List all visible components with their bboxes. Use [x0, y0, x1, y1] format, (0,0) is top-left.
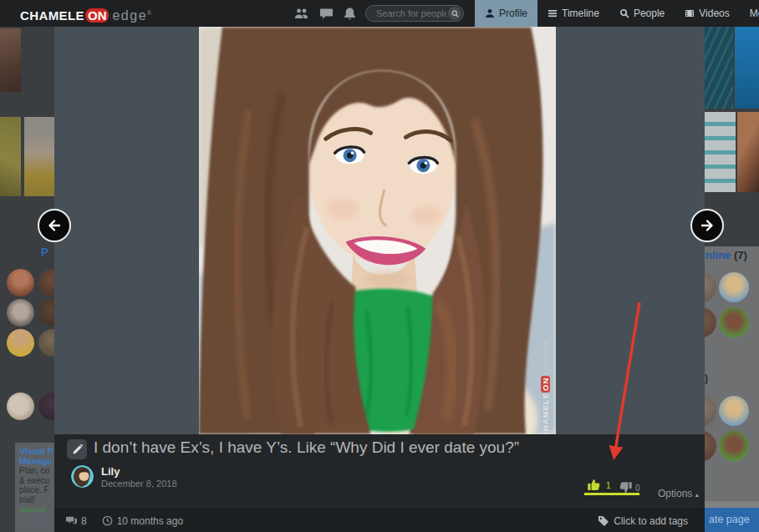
photo-stats: 8 10 months ago: [54, 515, 183, 527]
author-avatar-image: [71, 465, 94, 488]
tab-timeline[interactable]: Timeline: [537, 0, 609, 27]
cover-photo-thumb: [735, 27, 759, 109]
tab-profile[interactable]: Profile: [475, 0, 537, 27]
options-menu-button[interactable]: Options ▴: [658, 488, 699, 499]
ad-body-line: place. F: [19, 485, 54, 495]
chat-icon[interactable]: [319, 7, 334, 21]
background-page-left: P Visual P Manage Plan, co & execu place…: [0, 27, 54, 532]
comments-icon[interactable]: [66, 515, 77, 526]
ad-body-line: trial!: [19, 495, 54, 505]
create-page-button[interactable]: ate page: [705, 508, 759, 532]
nav-tabs: Profile Timeline People Videos More ▾: [475, 0, 759, 27]
tab-label: More: [750, 8, 759, 19]
tab-more[interactable]: More ▾: [740, 0, 759, 27]
avatar: [719, 431, 749, 461]
photo-caption-bar: I don’t have Ex’s, I have Y’s. Like “Why…: [54, 434, 705, 509]
videos-icon: [685, 8, 695, 18]
ad-body-line: & execu: [19, 476, 54, 486]
friends-online-heading-text: nline: [706, 249, 731, 261]
tab-label: Timeline: [562, 8, 599, 19]
like-active-underline: [584, 493, 639, 495]
cover-photo-thumb: [24, 117, 54, 196]
avatar: [7, 393, 34, 420]
search-input[interactable]: [374, 8, 448, 19]
tab-people[interactable]: People: [609, 0, 675, 27]
cover-photo-thumb: [705, 112, 736, 192]
photo-watermark: CHAMELEONsoftware: [541, 327, 550, 438]
ad-body-line: Plan, co: [19, 466, 54, 476]
top-navbar: CHAMELEONedge® Profile Timeline People V…: [0, 0, 759, 27]
pencil-icon: [72, 444, 83, 455]
sidebar-ad[interactable]: Visual P Manage Plan, co & execu place. …: [15, 443, 54, 532]
photo-date: December 8, 2018: [101, 479, 177, 489]
avatar: [38, 269, 54, 296]
watermark-brand-on: ON: [541, 376, 550, 393]
tab-label: People: [634, 8, 665, 19]
cover-photo-thumb: [0, 117, 21, 196]
tab-label: Profile: [499, 8, 527, 19]
photo-view[interactable]: [199, 27, 556, 434]
brand-reg-mark: ®: [147, 10, 151, 16]
watermark-brand: CHAMELE: [541, 393, 550, 438]
avatar: [38, 393, 54, 420]
photo-footer-bar: 8 10 months ago Click to add tags: [54, 509, 705, 532]
next-photo-button[interactable]: [690, 209, 724, 242]
portrait-photo: [199, 27, 556, 434]
avatar: [7, 329, 34, 357]
ad-title-line: Visual P: [19, 447, 54, 457]
timeline-icon: [548, 8, 558, 18]
page-background: [705, 501, 759, 508]
arrow-left-icon: [45, 216, 64, 235]
comments-count[interactable]: 8: [81, 515, 87, 527]
avatar: [719, 272, 749, 302]
avatar: [38, 299, 54, 327]
brand-logo-text: CHAMELE: [20, 8, 84, 23]
friends-icon[interactable]: [294, 7, 308, 21]
avatar: [7, 269, 34, 296]
avatar: [719, 307, 749, 337]
ad-title-line: Manage: [19, 457, 54, 467]
options-label: Options: [658, 488, 692, 499]
ad-link-secondary: Manage: [19, 514, 54, 524]
avatar: [7, 299, 34, 327]
ad-link: dapube: [19, 504, 54, 514]
search-bar[interactable]: [365, 5, 464, 22]
photos-heading-fragment: P: [41, 246, 48, 258]
cover-photo-thumb: [705, 27, 733, 109]
dislike-count: 0: [635, 484, 640, 493]
edit-caption-button[interactable]: [67, 439, 87, 459]
brand-logo[interactable]: CHAMELEONedge®: [20, 0, 151, 27]
bell-icon[interactable]: [343, 7, 357, 21]
thumbs-up-button[interactable]: [587, 478, 601, 492]
photo-caption: I don’t have Ex’s, I have Y’s. Like “Why…: [94, 438, 519, 457]
add-tags-button[interactable]: Click to add tags: [598, 515, 705, 527]
brand-logo-on: ON: [85, 8, 110, 23]
photo-lightbox: CHAMELEONsoftware I don’t have Ex’s, I h…: [54, 27, 705, 532]
friends-online-count: (7): [734, 249, 747, 261]
people-search-icon: [619, 8, 629, 18]
sidebar-count-fragment: ): [705, 372, 708, 384]
author-name[interactable]: Lily: [101, 465, 120, 478]
cover-photo-thumb: [0, 28, 21, 92]
profile-icon: [485, 8, 495, 18]
clock-icon: [102, 515, 113, 526]
photo-age: 10 months ago: [117, 515, 183, 527]
arrow-right-icon: [698, 216, 716, 235]
watermark-software: software: [541, 339, 550, 376]
tab-label: Videos: [699, 8, 729, 19]
avatar: [38, 329, 54, 357]
add-tags-label: Click to add tags: [614, 515, 688, 527]
previous-photo-button[interactable]: [38, 209, 71, 242]
thumbs-up-icon: [587, 478, 601, 492]
tab-videos[interactable]: Videos: [675, 0, 739, 27]
tag-icon: [598, 515, 609, 526]
background-page-right: nline (7) ) ate page: [705, 27, 759, 532]
chevron-up-icon: ▴: [695, 491, 699, 499]
search-icon[interactable]: [448, 7, 461, 20]
friends-online-heading: nline (7): [706, 249, 747, 261]
author-avatar[interactable]: [71, 465, 94, 488]
like-count: 1: [606, 481, 611, 490]
cover-photo-thumb: [737, 112, 759, 192]
brand-logo-edge: edge: [112, 8, 147, 23]
avatar: [719, 396, 749, 426]
